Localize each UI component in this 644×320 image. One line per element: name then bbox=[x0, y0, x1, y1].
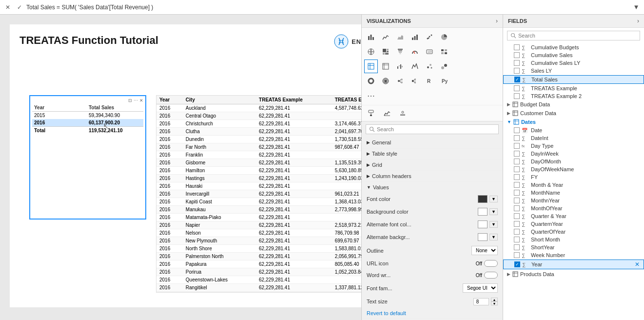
svg-point-45 bbox=[441, 66, 444, 69]
field-checkbox bbox=[514, 93, 520, 99]
field-cumulative-sales-ly[interactable]: ∑ Cumulative Sales LY bbox=[503, 59, 644, 67]
scatter-2-icon[interactable] bbox=[423, 60, 436, 73]
field-dayinweek[interactable]: ∑ DayInWeek bbox=[503, 150, 644, 158]
line-chart-icon[interactable] bbox=[379, 30, 392, 44]
table-style-toggle[interactable]: ▶ Table style bbox=[362, 148, 503, 159]
filled-map-icon[interactable] bbox=[379, 74, 392, 88]
treemap-icon[interactable] bbox=[379, 45, 392, 59]
alt-font-color-swatch[interactable] bbox=[478, 220, 488, 228]
area-chart-icon[interactable] bbox=[393, 30, 407, 44]
alt-font-dropdown[interactable]: ▼ bbox=[489, 221, 498, 228]
dates-header[interactable]: ▼ Dates bbox=[503, 118, 644, 126]
field-short-month[interactable]: ∑ Short Month bbox=[503, 236, 644, 243]
field-dayofweekname[interactable]: ∑ DayOfWeekName bbox=[503, 165, 644, 173]
field-week-number[interactable]: ∑ Week Number bbox=[503, 251, 644, 259]
r-visual-icon[interactable]: R bbox=[423, 74, 436, 88]
table-icon[interactable] bbox=[364, 60, 378, 73]
field-date[interactable]: 📅 Date bbox=[503, 126, 644, 134]
fields-expand-button[interactable]: › bbox=[637, 18, 639, 24]
map-icon[interactable] bbox=[364, 45, 378, 59]
word-wrap-toggle[interactable] bbox=[484, 272, 498, 279]
field-quarternyear[interactable]: ∑ QuarternYear bbox=[503, 220, 644, 228]
gauge-icon[interactable] bbox=[408, 45, 422, 59]
ribbon-icon[interactable] bbox=[408, 60, 422, 73]
bar-chart-icon[interactable] bbox=[364, 30, 378, 44]
waterfall-icon[interactable] bbox=[393, 60, 407, 73]
font-family-select[interactable]: Segoe UI bbox=[463, 283, 498, 293]
format-search-input[interactable] bbox=[377, 126, 495, 132]
scatter-chart-icon[interactable] bbox=[423, 30, 436, 44]
multi-row-icon[interactable] bbox=[437, 45, 451, 59]
column-chart-icon[interactable] bbox=[408, 30, 422, 44]
field-day-type[interactable]: fx Day Type bbox=[503, 142, 644, 150]
field-sales-ly[interactable]: ∑ Sales LY bbox=[503, 67, 644, 75]
field-monthnyear[interactable]: ∑ MonthnYear bbox=[503, 197, 644, 204]
text-size-label: Text size bbox=[367, 299, 388, 304]
bg-color-dropdown[interactable]: ▼ bbox=[489, 208, 498, 215]
field-fy[interactable]: ∑ FY bbox=[503, 173, 644, 181]
field-shortyear[interactable]: ∑ ShortYear bbox=[503, 243, 644, 251]
field-year[interactable]: ✓ ∑ Year ✕ bbox=[503, 260, 644, 269]
field-treatas-example-2[interactable]: ∑ TREATAS Example 2 bbox=[503, 92, 644, 100]
donut-icon[interactable] bbox=[364, 74, 378, 88]
budget-data-header[interactable]: ▶ Budget Data bbox=[503, 100, 644, 109]
year-remove-button[interactable]: ✕ bbox=[635, 261, 640, 268]
analytics-tab[interactable] bbox=[380, 107, 394, 119]
python-icon[interactable]: Py bbox=[437, 74, 451, 88]
field-checkbox bbox=[514, 229, 520, 235]
products-data-header[interactable]: ▶ Products Data bbox=[503, 270, 644, 279]
field-cumulative-sales[interactable]: ∑ Cumulative Sales bbox=[503, 51, 644, 59]
fields-search-input[interactable] bbox=[518, 33, 637, 39]
field-dateint[interactable]: ∑ DateInt bbox=[503, 134, 644, 142]
more-visuals-icon[interactable]: ⋯ bbox=[364, 89, 378, 102]
field-total-sales[interactable]: ✓ ∑ Total Sales bbox=[503, 75, 644, 84]
matrix-icon[interactable] bbox=[379, 60, 392, 73]
field-quarterofyear[interactable]: ∑ QuarterOfYear bbox=[503, 228, 644, 236]
customer-data-header[interactable]: ▶ Customer Data bbox=[503, 109, 644, 118]
paint-roller-tab[interactable] bbox=[365, 107, 378, 119]
field-cumulative-budgets[interactable]: ∑ Cumulative Budgets bbox=[503, 43, 644, 51]
fields-search-bar[interactable] bbox=[507, 31, 640, 40]
general-toggle[interactable]: ▶ General bbox=[362, 137, 503, 148]
bg-color-swatch[interactable] bbox=[478, 208, 488, 216]
font-color-dropdown[interactable]: ▼ bbox=[489, 196, 498, 202]
outline-select[interactable]: None bbox=[471, 246, 498, 255]
key-influencers-icon[interactable] bbox=[393, 74, 407, 88]
grid-toggle[interactable]: ▶ Grid bbox=[362, 160, 503, 170]
visualizations-expand-button[interactable]: › bbox=[496, 18, 498, 24]
column-headers-toggle[interactable]: ▶ Column headers bbox=[362, 171, 503, 181]
data-table-container[interactable]: Year City TREATAS Example TREATAS Exampl… bbox=[156, 95, 361, 293]
font-family-row: Font fam... Segoe UI bbox=[362, 281, 503, 295]
grid-label: Grid bbox=[372, 162, 382, 168]
sigma-icon: ∑ bbox=[522, 253, 528, 258]
field-checkbox bbox=[514, 135, 520, 141]
alt-bg-dropdown[interactable]: ▼ bbox=[489, 234, 498, 240]
revert-button[interactable]: Revert to default bbox=[367, 310, 406, 316]
url-icon-toggle[interactable] bbox=[484, 260, 498, 267]
bg-color-label: Background color bbox=[367, 209, 409, 215]
table-icon-small bbox=[512, 101, 518, 107]
bubble-icon[interactable] bbox=[437, 60, 451, 73]
decomp-tree-icon[interactable] bbox=[408, 74, 422, 88]
card-icon[interactable]: 123 bbox=[423, 45, 436, 59]
cancel-formula-button[interactable]: ✕ bbox=[3, 2, 13, 12]
pie-chart-icon[interactable] bbox=[437, 30, 451, 44]
field-month-year[interactable]: ∑ Month & Year bbox=[503, 181, 644, 189]
values-toggle[interactable]: ▼ Values bbox=[362, 182, 503, 193]
format-search-bar[interactable] bbox=[366, 124, 499, 134]
field-quarter-year[interactable]: ∑ Quarter & Year bbox=[503, 212, 644, 220]
formula-dropdown-button[interactable]: ▼ bbox=[631, 2, 641, 12]
field-dayofmonth[interactable]: ∑ DayOfMonth bbox=[503, 158, 644, 165]
text-size-down[interactable]: ▼ bbox=[491, 301, 498, 305]
field-checkbox bbox=[514, 143, 520, 149]
alt-bg-color-swatch[interactable] bbox=[478, 233, 488, 241]
fields-tab[interactable] bbox=[396, 107, 410, 119]
funnel-icon[interactable] bbox=[393, 45, 407, 59]
confirm-formula-button[interactable]: ✓ bbox=[15, 2, 24, 12]
text-size-input[interactable] bbox=[473, 298, 489, 305]
field-treatas-example[interactable]: ∑ TREATAS Example bbox=[503, 84, 644, 92]
field-monthname[interactable]: ∑ MonthName bbox=[503, 189, 644, 197]
field-monthofyear[interactable]: ∑ MonthOfYear bbox=[503, 204, 644, 212]
text-size-up[interactable]: ▲ bbox=[491, 298, 498, 301]
font-color-swatch[interactable] bbox=[478, 195, 488, 203]
